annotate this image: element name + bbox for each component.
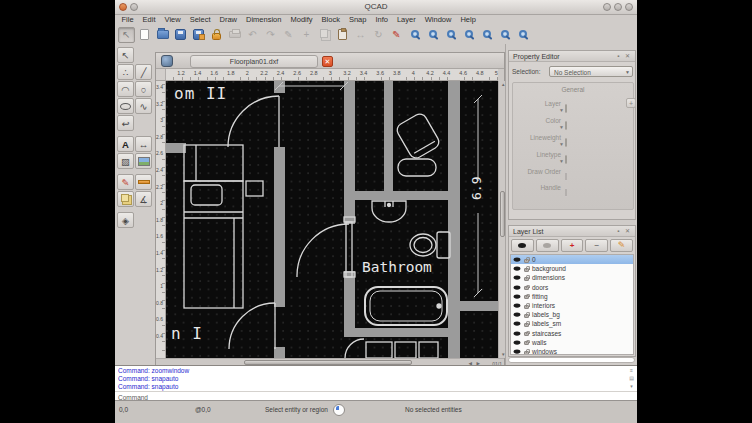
- layer-visible-icon[interactable]: [514, 257, 521, 261]
- layer-visible-icon[interactable]: [514, 285, 521, 289]
- hatch-icon[interactable]: ▨: [117, 153, 134, 169]
- layer-row[interactable]: dimensions: [511, 273, 633, 282]
- layer-row[interactable]: background: [511, 264, 633, 273]
- snap-icon[interactable]: +: [298, 27, 315, 43]
- layer-visible-icon[interactable]: [514, 303, 521, 307]
- layer-visible-icon[interactable]: [514, 294, 521, 298]
- layer-row[interactable]: fitting: [511, 292, 633, 301]
- remove-layer-button[interactable]: −: [585, 239, 608, 252]
- command-options[interactable]: ≡▤▾: [627, 366, 636, 390]
- arc-icon[interactable]: ◠: [117, 81, 134, 97]
- menu-item[interactable]: Info: [371, 15, 393, 25]
- selection-combobox[interactable]: No Selection ▼: [549, 66, 633, 77]
- menu-item[interactable]: Window: [420, 15, 456, 25]
- open-icon[interactable]: [154, 27, 171, 43]
- menu-item[interactable]: Dimension: [242, 15, 286, 25]
- layer-lock-icon[interactable]: [524, 295, 529, 299]
- layer-list-header[interactable]: Layer List ▪ ✕: [509, 226, 635, 237]
- dimension-icon[interactable]: ↔: [135, 136, 152, 152]
- layer-lock-icon[interactable]: [524, 314, 529, 318]
- pen-gray-icon[interactable]: ✎: [280, 27, 297, 43]
- line-icon[interactable]: ╱: [135, 64, 152, 80]
- menu-item[interactable]: Edit: [138, 15, 160, 25]
- redo-icon[interactable]: ↷: [262, 27, 279, 43]
- spline-icon[interactable]: ∿: [135, 98, 152, 114]
- save-as-icon[interactable]: [190, 27, 207, 43]
- panel-float-close-icons[interactable]: ▪ ✕: [617, 227, 632, 234]
- lock-icon[interactable]: [208, 27, 225, 43]
- window-maximize-icon[interactable]: [614, 3, 622, 11]
- app-icon[interactable]: [161, 55, 173, 67]
- pen-icon[interactable]: ✎: [388, 27, 405, 43]
- text-icon[interactable]: A: [117, 136, 134, 152]
- layer-row[interactable]: walls: [511, 338, 633, 347]
- move-icon[interactable]: ↔: [352, 27, 369, 43]
- undo-icon[interactable]: ↶: [244, 27, 261, 43]
- window-minimize-icon[interactable]: [603, 3, 611, 11]
- layer-visible-icon[interactable]: [514, 340, 521, 344]
- tab-close-icon[interactable]: ✕: [322, 56, 333, 67]
- solid-icon[interactable]: ◈: [117, 212, 134, 228]
- print-icon[interactable]: [226, 27, 243, 43]
- image-icon[interactable]: [135, 153, 152, 169]
- layer-visible-icon[interactable]: [514, 349, 521, 353]
- menu-item[interactable]: Snap: [344, 15, 371, 25]
- panel-float-close-icons[interactable]: ▪ ✕: [617, 52, 632, 59]
- handle-input[interactable]: [565, 188, 567, 197]
- zoom-pan-icon[interactable]: [496, 27, 513, 43]
- lineweight-icon[interactable]: [135, 174, 152, 190]
- layer-lock-icon[interactable]: [524, 277, 529, 281]
- polyline-icon[interactable]: ↩: [117, 115, 134, 131]
- menu-item[interactable]: Select: [185, 15, 215, 25]
- layer-row[interactable]: staircases: [511, 329, 633, 338]
- zoom-redraw-icon[interactable]: [514, 27, 531, 43]
- zoom-out-icon[interactable]: [424, 27, 441, 43]
- pointer-icon[interactable]: ↖: [117, 47, 134, 63]
- layer-visible-icon[interactable]: [514, 331, 521, 335]
- selection-icon[interactable]: ↖: [118, 27, 135, 43]
- rotate-icon[interactable]: ↻: [370, 27, 387, 43]
- layer-combobox[interactable]: ▼: [565, 104, 567, 113]
- layer-lock-icon[interactable]: [524, 351, 529, 355]
- layer-row[interactable]: 0: [511, 255, 633, 264]
- layer-visible-icon[interactable]: [514, 313, 521, 317]
- measure-icon[interactable]: ∡: [135, 191, 152, 207]
- title-bar[interactable]: QCAD: [115, 0, 637, 15]
- new-icon[interactable]: [136, 27, 153, 43]
- layer-lock-icon[interactable]: [524, 305, 529, 309]
- menu-item[interactable]: File: [117, 15, 138, 25]
- layer-lock-icon[interactable]: [524, 268, 529, 272]
- hide-all-layers-button[interactable]: [536, 239, 559, 252]
- points-icon[interactable]: ∴: [117, 64, 134, 80]
- layer-visible-icon[interactable]: [514, 276, 521, 280]
- layer-lock-icon[interactable]: [524, 259, 529, 263]
- zoom-window-icon[interactable]: [478, 27, 495, 43]
- menu-item[interactable]: Modify: [286, 15, 317, 25]
- layer-row[interactable]: labels_sm: [511, 319, 633, 328]
- zoom-previous-icon[interactable]: [460, 27, 477, 43]
- zoom-auto-icon[interactable]: [442, 27, 459, 43]
- menu-item[interactable]: Help: [456, 15, 480, 25]
- layer-lock-icon[interactable]: [524, 286, 529, 290]
- layer-row[interactable]: windows: [511, 347, 633, 355]
- add-layer-quick-button[interactable]: +: [626, 98, 636, 108]
- property-editor-header[interactable]: Property Editor ▪ ✕: [509, 51, 635, 62]
- edit-layer-button[interactable]: ✎: [610, 239, 633, 252]
- ellipse-icon[interactable]: [117, 98, 134, 114]
- layer-list-scrollbar[interactable]: [508, 357, 635, 363]
- draw-order-input[interactable]: [565, 172, 567, 181]
- paste-icon[interactable]: [334, 27, 351, 43]
- circle-icon[interactable]: ○: [135, 81, 152, 97]
- show-all-layers-button[interactable]: [511, 239, 534, 252]
- document-tab[interactable]: Floorplan01.dxf: [190, 55, 318, 68]
- layer-lock-icon[interactable]: [524, 332, 529, 336]
- drawing-canvas[interactable]: om II n I Bathroom 6.9: [166, 81, 498, 358]
- zoom-in-icon[interactable]: [406, 27, 423, 43]
- layer-row[interactable]: doors: [511, 283, 633, 292]
- lineweight-combobox[interactable]: By Layer ▼: [565, 138, 567, 147]
- layer-lock-icon[interactable]: [524, 323, 529, 327]
- modify-icon[interactable]: ✎: [117, 174, 134, 190]
- layer-row[interactable]: labels_bg: [511, 310, 633, 319]
- layer-visible-icon[interactable]: [514, 267, 521, 271]
- save-icon[interactable]: [172, 27, 189, 43]
